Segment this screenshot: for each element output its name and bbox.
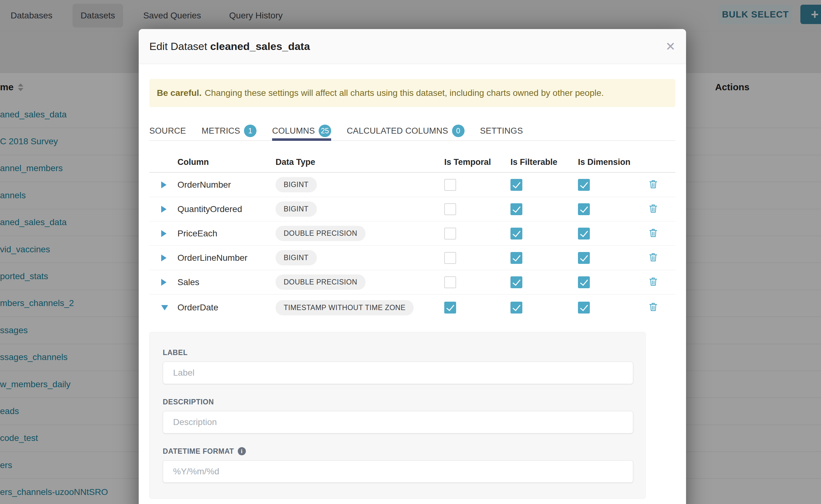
tab-metrics[interactable]: METRICS1 xyxy=(201,121,256,140)
is-filterable-checkbox[interactable] xyxy=(511,203,522,215)
is-dimension-checkbox[interactable] xyxy=(578,179,590,191)
description-field-label: DESCRIPTION xyxy=(163,398,633,406)
tab-count-badge: 25 xyxy=(319,125,331,137)
tab-label: SETTINGS xyxy=(480,126,523,136)
tab-settings[interactable]: SETTINGS xyxy=(480,121,523,140)
data-type-cell: BIGINT xyxy=(275,250,444,265)
description-input[interactable] xyxy=(163,411,633,433)
column-header-is-temporal: Is Temporal xyxy=(444,157,511,167)
columns-table: ColumnData TypeIs TemporalIs FilterableI… xyxy=(149,152,675,321)
tab-label: METRICS xyxy=(201,126,240,136)
is-temporal-checkbox[interactable] xyxy=(444,203,456,215)
column-header-is-filterable: Is Filterable xyxy=(511,157,578,167)
column-header-is-dimension: Is Dimension xyxy=(578,157,649,167)
is-temporal-checkbox[interactable] xyxy=(444,276,456,288)
is-dimension-checkbox[interactable] xyxy=(578,252,590,264)
tab-source[interactable]: SOURCE xyxy=(149,121,186,140)
data-type-cell: TIMESTAMP WITHOUT TIME ZONE xyxy=(275,300,444,315)
warning-text: Changing these settings will affect all … xyxy=(205,88,604,98)
warning-bold-text: Be careful. xyxy=(157,88,201,98)
expand-caret-icon[interactable] xyxy=(149,254,177,261)
columns-table-rows: OrderNumberBIGINTQuantityOrderedBIGINTPr… xyxy=(149,173,675,321)
column-header-data-type: Data Type xyxy=(275,157,444,167)
column-name: QuantityOrdered xyxy=(177,204,275,214)
label-field-label: LABEL xyxy=(163,348,633,357)
data-type-cell: DOUBLE PRECISION xyxy=(275,274,444,290)
column-row: OrderDateTIMESTAMP WITHOUT TIME ZONE xyxy=(149,294,675,321)
modal-header: Edit Dataset cleaned_sales_data ✕ xyxy=(139,29,686,64)
tab-count-badge: 1 xyxy=(244,125,256,137)
collapse-caret-icon[interactable] xyxy=(149,305,177,310)
delete-column-button[interactable] xyxy=(649,204,675,215)
is-filterable-checkbox[interactable] xyxy=(511,179,522,191)
delete-column-button[interactable] xyxy=(649,179,675,190)
data-type-cell: BIGINT xyxy=(275,201,444,217)
expand-caret-icon[interactable] xyxy=(149,206,177,213)
delete-column-button[interactable] xyxy=(649,252,675,264)
column-row: PriceEachDOUBLE PRECISION xyxy=(149,221,675,246)
datetime-format-input[interactable] xyxy=(163,460,633,483)
is-filterable-checkbox[interactable] xyxy=(511,252,522,264)
is-temporal-checkbox[interactable] xyxy=(444,302,456,314)
column-row: OrderLineNumberBIGINT xyxy=(149,246,675,270)
is-filterable-checkbox[interactable] xyxy=(511,228,522,240)
column-row: QuantityOrderedBIGINT xyxy=(149,197,675,221)
modal-body: Be careful. Changing these settings will… xyxy=(139,79,686,499)
data-type-pill: TIMESTAMP WITHOUT TIME ZONE xyxy=(275,300,414,315)
column-name: PriceEach xyxy=(177,229,275,239)
is-dimension-checkbox[interactable] xyxy=(578,228,590,240)
expand-caret-icon[interactable] xyxy=(149,181,177,188)
modal-dataset-name: cleaned_sales_data xyxy=(210,40,310,52)
data-type-cell: DOUBLE PRECISION xyxy=(275,226,444,241)
column-row: SalesDOUBLE PRECISION xyxy=(149,270,675,294)
datetime-format-field-label: DATETIME FORMAT i xyxy=(163,447,633,455)
delete-column-button[interactable] xyxy=(649,302,675,313)
column-name: OrderNumber xyxy=(177,180,275,190)
expand-caret-icon[interactable] xyxy=(149,230,177,237)
column-detail-panel: LABEL DESCRIPTION DATETIME FORMAT i xyxy=(149,332,646,499)
modal-tabs: SOURCEMETRICS1COLUMNS25CALCULATED COLUMN… xyxy=(149,121,675,141)
data-type-pill: BIGINT xyxy=(275,177,317,192)
tab-label: COLUMNS xyxy=(272,126,315,136)
close-icon[interactable]: ✕ xyxy=(665,41,675,52)
tab-count-badge: 0 xyxy=(452,125,465,137)
tab-calculated-columns[interactable]: CALCULATED COLUMNS0 xyxy=(347,121,464,140)
delete-column-button[interactable] xyxy=(649,228,675,239)
is-temporal-checkbox[interactable] xyxy=(444,228,456,240)
is-dimension-checkbox[interactable] xyxy=(578,302,590,314)
is-dimension-checkbox[interactable] xyxy=(578,203,590,215)
column-header-column: Column xyxy=(177,157,275,167)
info-icon[interactable]: i xyxy=(238,447,246,455)
data-type-pill: BIGINT xyxy=(275,250,317,265)
column-name: OrderLineNumber xyxy=(177,253,275,263)
is-temporal-checkbox[interactable] xyxy=(444,179,456,191)
column-row: OrderNumberBIGINT xyxy=(149,173,675,197)
data-type-pill: DOUBLE PRECISION xyxy=(275,274,365,290)
tab-label: CALCULATED COLUMNS xyxy=(347,126,448,136)
is-temporal-checkbox[interactable] xyxy=(444,252,456,264)
data-type-pill: DOUBLE PRECISION xyxy=(275,226,365,241)
column-name: Sales xyxy=(177,277,275,287)
column-name: OrderDate xyxy=(177,303,275,313)
edit-dataset-modal: Edit Dataset cleaned_sales_data ✕ Be car… xyxy=(139,29,686,504)
modal-title: Edit Dataset cleaned_sales_data xyxy=(149,40,310,52)
modal-title-prefix: Edit Dataset xyxy=(149,40,207,52)
delete-column-button[interactable] xyxy=(649,277,675,288)
warning-banner: Be careful. Changing these settings will… xyxy=(149,79,675,107)
is-dimension-checkbox[interactable] xyxy=(578,276,590,288)
data-type-pill: BIGINT xyxy=(275,201,317,217)
data-type-cell: BIGINT xyxy=(275,177,444,192)
label-input[interactable] xyxy=(163,362,633,384)
tab-columns[interactable]: COLUMNS25 xyxy=(272,121,331,140)
columns-table-header: ColumnData TypeIs TemporalIs FilterableI… xyxy=(149,152,675,173)
tab-label: SOURCE xyxy=(149,126,186,136)
is-filterable-checkbox[interactable] xyxy=(511,302,522,314)
expand-caret-icon[interactable] xyxy=(149,279,177,286)
is-filterable-checkbox[interactable] xyxy=(511,276,522,288)
